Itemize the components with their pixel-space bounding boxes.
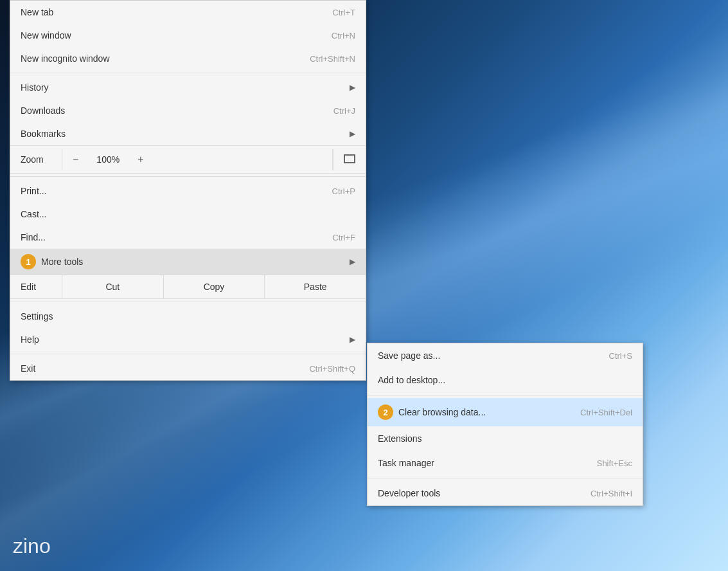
bookmarks-arrow-icon: ▶	[350, 129, 355, 138]
edit-row: Edit Cut Copy Paste	[10, 275, 366, 299]
menu-item-more-tools[interactable]: 1 More tools ▶	[10, 249, 366, 275]
divider-2	[10, 176, 366, 177]
menu-item-history[interactable]: History ▶	[10, 76, 366, 99]
divider-3	[10, 302, 366, 302]
submenu-divider-1	[368, 395, 643, 395]
submenu-divider-2	[368, 478, 643, 478]
more-tools-left: 1 More tools	[21, 254, 83, 269]
menu-item-downloads[interactable]: Downloads Ctrl+J	[10, 99, 366, 122]
submenu-item-task-manager[interactable]: Task manager Shift+Esc	[368, 451, 643, 475]
submenu-item-extensions[interactable]: Extensions	[368, 426, 643, 451]
bottom-brand-text: zino	[13, 534, 51, 558]
zoom-in-button[interactable]: +	[127, 149, 154, 170]
clear-browsing-left: 2 Clear browsing data...	[378, 404, 486, 420]
paste-button[interactable]: Paste	[264, 275, 366, 298]
menu-item-cast[interactable]: Cast...	[10, 203, 366, 226]
chrome-main-menu: New tab Ctrl+T New window Ctrl+N New inc…	[10, 0, 366, 381]
divider-4	[10, 354, 366, 354]
submenu-item-clear-browsing[interactable]: 2 Clear browsing data... Ctrl+Shift+Del	[368, 398, 643, 426]
menu-item-new-incognito[interactable]: New incognito window Ctrl+Shift+N	[10, 47, 366, 70]
menu-item-exit[interactable]: Exit Ctrl+Shift+Q	[10, 357, 366, 380]
zoom-value-display: 100%	[89, 149, 127, 170]
menu-item-find[interactable]: Find... Ctrl+F	[10, 226, 366, 249]
menu-item-print[interactable]: Print... Ctrl+P	[10, 179, 366, 203]
menu-item-bookmarks[interactable]: Bookmarks ▶	[10, 122, 366, 145]
fullscreen-button[interactable]	[333, 149, 366, 170]
step-badge-2: 2	[378, 404, 393, 420]
zoom-row: Zoom − 100% +	[10, 145, 366, 174]
submenu-item-save-page[interactable]: Save page as... Ctrl+S	[368, 343, 643, 368]
step-badge-1: 1	[21, 254, 36, 269]
zoom-controls: − 100% +	[62, 149, 332, 170]
divider-1	[10, 73, 366, 73]
menu-item-settings[interactable]: Settings	[10, 305, 366, 328]
menu-item-new-window[interactable]: New window Ctrl+N	[10, 24, 366, 47]
cut-button[interactable]: Cut	[62, 275, 163, 298]
help-arrow-icon: ▶	[350, 335, 355, 344]
more-tools-arrow-icon: ▶	[350, 257, 355, 266]
menu-item-help[interactable]: Help ▶	[10, 328, 366, 351]
submenu-item-developer-tools[interactable]: Developer tools Ctrl+Shift+I	[368, 481, 643, 505]
copy-button[interactable]: Copy	[163, 275, 265, 298]
zoom-out-button[interactable]: −	[62, 149, 89, 170]
more-tools-submenu: Save page as... Ctrl+S Add to desktop...…	[367, 343, 643, 506]
menu-item-new-tab[interactable]: New tab Ctrl+T	[10, 1, 366, 24]
fullscreen-icon	[344, 154, 355, 163]
submenu-item-add-desktop[interactable]: Add to desktop...	[368, 368, 643, 392]
history-arrow-icon: ▶	[350, 83, 355, 92]
